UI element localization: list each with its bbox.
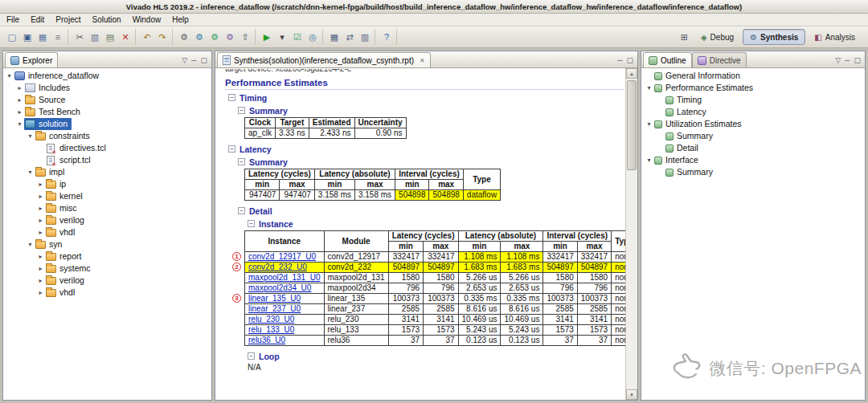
outline-item-detail[interactable]: Detail	[641, 142, 865, 154]
tree-collapse-icon[interactable]: ▾	[15, 120, 24, 128]
outline-item-performance-estimates[interactable]: ▾Performance Estimates	[641, 82, 865, 94]
instance-link-conv2d-12917-u0[interactable]: conv2d_12917_U0	[248, 252, 316, 261]
collapse-instance-icon[interactable]: −	[248, 220, 255, 227]
instance-link-relu36-u0[interactable]: relu36_U0	[248, 336, 285, 344]
tree-collapse-icon[interactable]: ▾	[645, 157, 653, 164]
collapse-latency-icon[interactable]: −	[228, 145, 235, 153]
outline-item-interface[interactable]: ▾Interface	[641, 154, 865, 166]
tab-directive[interactable]: Directive	[692, 52, 747, 67]
run-menu-icon[interactable]: ▾	[275, 30, 289, 44]
tree-item-script-tcl[interactable]: script.tcl	[3, 154, 211, 166]
tree-expand-icon[interactable]: ▸	[36, 289, 45, 296]
compare-reports-icon[interactable]: ⇄	[342, 30, 357, 44]
tree-item-directives-tcl[interactable]: directives.tcl	[3, 142, 211, 154]
tree-expand-icon[interactable]: ▸	[15, 84, 24, 92]
tree-collapse-icon[interactable]: ▾	[645, 120, 653, 128]
menu-edit[interactable]: Edit	[25, 14, 50, 26]
collapse-loop-icon[interactable]: −	[248, 352, 255, 360]
tree-item-test-bench[interactable]: ▸Test Bench	[3, 106, 211, 118]
instance-link-relu-133-u0[interactable]: relu_133_U0	[248, 325, 294, 334]
validate-icon[interactable]: ☑	[290, 30, 305, 44]
tree-expand-icon[interactable]: ▸	[36, 217, 45, 224]
outline-item-general-information[interactable]: General Information	[641, 70, 865, 82]
export-rtl-icon[interactable]: ⇧	[238, 30, 252, 44]
tab-outline[interactable]: Outline	[643, 52, 692, 67]
menu-help[interactable]: Help	[166, 14, 194, 26]
tree-collapse-icon[interactable]: ▾	[26, 169, 35, 176]
tree-expand-icon[interactable]: ▸	[36, 265, 45, 272]
scrollbar-thumb[interactable]	[627, 80, 637, 170]
maximize-icon[interactable]: ▢	[200, 56, 207, 64]
editor-scrollbar[interactable]: ▲ ▼	[625, 68, 637, 400]
outline-item-timing[interactable]: Timing	[641, 94, 865, 106]
save-icon[interactable]: ▣	[20, 30, 35, 44]
copy-icon[interactable]: ▥	[88, 30, 102, 44]
outline-item-latency[interactable]: Latency	[641, 106, 865, 118]
minimize-icon[interactable]: ─	[845, 56, 850, 64]
tree-item-verilog[interactable]: ▸verilog	[3, 275, 211, 287]
cut-icon[interactable]: ✂	[72, 30, 87, 44]
collapse-summary-icon[interactable]: −	[238, 158, 245, 165]
perspective-debug[interactable]: ◈Debug	[694, 29, 741, 45]
instance-link-maxpool2d34-u0[interactable]: maxpool2d34_U0	[248, 283, 311, 292]
tree-item-includes[interactable]: ▸Includes	[3, 82, 211, 94]
scroll-down-icon[interactable]: ▼	[626, 389, 637, 400]
collapse-timing-icon[interactable]: −	[228, 94, 235, 101]
new-wizard-icon[interactable]: ▢	[5, 30, 19, 44]
instance-link-linear-237-u0[interactable]: linear_237_U0	[248, 304, 301, 313]
tree-expand-icon[interactable]: ▸	[36, 253, 45, 260]
tree-expand-icon[interactable]: ▸	[36, 181, 45, 188]
minimize-icon[interactable]: ─	[191, 56, 196, 64]
editor-tab[interactable]: Synthesis(solution)(inference_dataflow_c…	[217, 52, 431, 67]
tree-item-solution[interactable]: ▾solution	[3, 118, 211, 130]
save-all-icon[interactable]: ▦	[35, 30, 50, 44]
instance-link-linear-135-u0[interactable]: linear_135_U0	[248, 294, 301, 303]
perspective-synthesis[interactable]: ⚙Synthesis	[743, 29, 805, 45]
view-menu-icon[interactable]: ▽	[182, 56, 187, 64]
tree-item-impl[interactable]: ▾impl	[3, 166, 211, 178]
minimize-icon[interactable]: ─	[617, 56, 622, 64]
instance-link-relu-230-u0[interactable]: relu_230_U0	[248, 315, 294, 324]
tree-expand-icon[interactable]: ▸	[36, 277, 45, 284]
tree-item-report[interactable]: ▸report	[3, 250, 211, 263]
tree-item-kernel[interactable]: ▸kernel	[3, 190, 211, 202]
close-tab-icon[interactable]: ✕	[420, 57, 425, 64]
undo-icon[interactable]: ↶	[140, 30, 154, 44]
instance-link-conv2d-232-u0[interactable]: conv2d_232_U0	[248, 263, 307, 271]
collapse-detail-icon[interactable]: −	[238, 207, 245, 214]
outline-item-utilization-estimates[interactable]: ▾Utilization Estimates	[641, 118, 865, 130]
target-device-icon[interactable]: ◎	[305, 30, 320, 44]
perspective-analysis[interactable]: ◧Analysis	[807, 29, 862, 45]
menu-solution[interactable]: Solution	[86, 14, 126, 26]
tree-collapse-icon[interactable]: ▾	[5, 72, 14, 79]
tree-expand-icon[interactable]: ▸	[36, 229, 45, 236]
run-c-simulation-icon[interactable]: ⚙	[192, 30, 207, 44]
delete-icon[interactable]: ✕	[118, 30, 133, 44]
scroll-up-icon[interactable]: ▲	[626, 68, 637, 79]
tree-item-syn[interactable]: ▾syn	[3, 238, 211, 250]
print-icon[interactable]: ≡	[51, 30, 65, 44]
tree-item-systemc[interactable]: ▸systemc	[3, 263, 211, 275]
maximize-icon[interactable]: ▢	[854, 56, 861, 64]
tree-item-inference-dataflow[interactable]: ▾inference_dataflow	[3, 70, 211, 82]
tree-item-vhdl[interactable]: ▸vhdl	[3, 226, 211, 238]
collapse-summary-icon[interactable]: −	[238, 107, 245, 114]
run-cosimulation-icon[interactable]: ⚙	[223, 30, 237, 44]
explorer-tab[interactable]: Explorer	[5, 52, 58, 67]
run-solution-icon[interactable]: ▶	[260, 30, 274, 44]
tree-expand-icon[interactable]: ▸	[15, 96, 24, 104]
menu-project[interactable]: Project	[50, 14, 86, 26]
tree-collapse-icon[interactable]: ▾	[645, 84, 653, 92]
help-icon[interactable]: ?	[379, 30, 394, 44]
outline-item-summary[interactable]: Summary	[641, 166, 865, 178]
tree-item-ip[interactable]: ▸ip	[3, 178, 211, 190]
open-report-icon[interactable]: ▦	[327, 30, 342, 44]
open-perspective-icon[interactable]: ⊞	[681, 32, 688, 43]
tree-item-constraints[interactable]: ▾constraints	[3, 130, 211, 142]
tree-collapse-icon[interactable]: ▾	[26, 132, 35, 140]
redo-icon[interactable]: ↷	[155, 30, 170, 44]
tree-item-verilog[interactable]: ▸verilog	[3, 214, 211, 226]
tree-expand-icon[interactable]: ▸	[36, 193, 45, 200]
menu-file[interactable]: File	[1, 14, 25, 26]
maximize-icon[interactable]: ▢	[626, 56, 633, 64]
